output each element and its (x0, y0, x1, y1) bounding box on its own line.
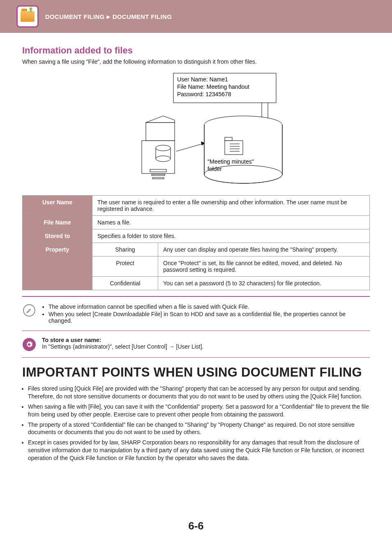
row-label: File Name (23, 216, 92, 229)
folder-label-a: "Meeting minutes" (208, 158, 254, 165)
breadcrumb-part-a[interactable]: DOCUMENT FILING (45, 13, 105, 20)
settings-note-block: To store a user name: In "Settings (admi… (22, 337, 370, 352)
list-item: Files stored using [Quick File] are prov… (28, 385, 370, 400)
row-label: User Name (23, 196, 92, 216)
table-row: Stored to Specifies a folder to store fi… (23, 229, 370, 243)
breadcrumb-part-b[interactable]: DOCUMENT FILING (113, 13, 172, 20)
callout-line3: Password: 12345678 (177, 91, 231, 97)
note-bullet: When you select [Create Downloadable Fil… (48, 311, 370, 324)
info-table: User Name The user name is required to e… (22, 195, 370, 290)
storage-cylinder-icon (204, 116, 282, 183)
property-desc: Any user can display and operate files h… (158, 243, 370, 257)
diagram: User Name: Name1 File Name: Meeting hand… (22, 71, 370, 187)
settings-note-title: To store a user name: (42, 337, 370, 343)
svg-rect-19 (225, 141, 243, 155)
svg-rect-20 (225, 137, 232, 141)
page-number: 6-6 (22, 520, 370, 532)
list-item: Except in cases provided for by law, SHA… (28, 439, 370, 462)
header-bar: DOCUMENT FILING►DOCUMENT FILING (0, 0, 392, 33)
table-row: User Name The user name is required to e… (23, 196, 370, 216)
list-item: When saving a file with [File], you can … (28, 403, 370, 419)
row-label: Stored to (23, 229, 92, 243)
note-bullet: The above information cannot be specifie… (48, 303, 370, 310)
row-desc: Names a file. (92, 216, 370, 229)
callout-line1: User Name: Name1 (177, 76, 228, 83)
printer-icon (142, 116, 175, 179)
folder-upload-icon (16, 5, 39, 28)
row-desc: Specifies a folder to store files. (92, 229, 370, 243)
svg-rect-4 (146, 123, 175, 141)
important-heading: IMPORTANT POINTS WHEN USING DOCUMENT FIL… (22, 365, 370, 380)
callout-line2: File Name: Meeting handout (177, 83, 249, 90)
property-desc: You can set a password (5 to 32 characte… (158, 277, 370, 290)
svg-point-9 (156, 145, 171, 151)
diagram-svg: User Name: Name1 File Name: Meeting hand… (81, 71, 311, 186)
svg-line-13 (176, 143, 205, 151)
property-sub: Protect (92, 257, 158, 277)
important-points-list: Files stored using [Quick File] are prov… (22, 385, 370, 462)
property-sub: Sharing (92, 243, 158, 257)
intro-text: When saving a file using "File", add the… (22, 58, 370, 65)
property-desc: Once "Protect" is set, its file cannot b… (158, 257, 370, 277)
section-heading: Information added to files (22, 45, 370, 56)
table-row: File Name Names a file. (23, 216, 370, 229)
svg-rect-8 (152, 178, 164, 179)
settings-note-body: In "Settings (administrator)", select [U… (42, 343, 370, 350)
page-content: Information added to files When saving a… (0, 33, 392, 549)
note-block: The above information cannot be specifie… (22, 303, 370, 325)
svg-point-12 (156, 156, 171, 162)
list-item: The property of a stored "Confidential" … (28, 421, 370, 437)
row-label: Property (23, 243, 92, 290)
folder-label-b: folder (208, 166, 222, 172)
row-desc: The user name is required to enter a fil… (92, 196, 370, 216)
svg-marker-5 (146, 116, 175, 123)
svg-rect-7 (152, 174, 165, 176)
gear-icon (22, 338, 36, 352)
pen-note-icon (22, 303, 36, 317)
property-sub: Confidential (92, 277, 158, 290)
table-row: Property Sharing Any user can display an… (23, 243, 370, 257)
breadcrumb-arrow: ► (106, 13, 112, 20)
svg-rect-6 (150, 169, 166, 172)
breadcrumb: DOCUMENT FILING►DOCUMENT FILING (45, 13, 172, 20)
